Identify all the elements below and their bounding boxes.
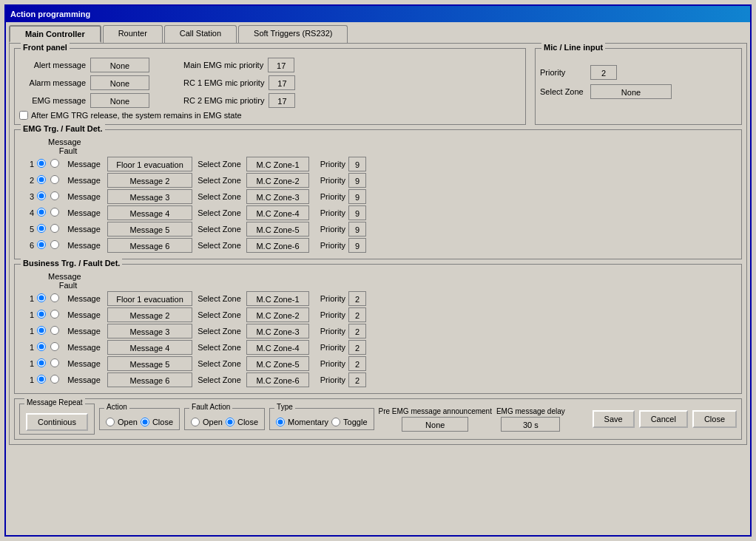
message-radio[interactable]	[37, 159, 46, 168]
message-value[interactable]: Message 2	[107, 173, 192, 188]
priority-value[interactable]: 9	[348, 189, 366, 204]
rc1-value[interactable]: 17	[269, 75, 295, 90]
message-radio[interactable]	[37, 208, 46, 217]
table-row: 1 Message Message 4 Select Zone M.C Zone…	[19, 340, 737, 355]
zone-value[interactable]: M.C Zone-2	[246, 173, 309, 188]
select-zone-label: Select Zone	[195, 294, 243, 303]
mic-line-title: Mic / Line input	[541, 43, 605, 52]
zone-value[interactable]: M.C Zone-1	[246, 291, 309, 306]
tab-rounter[interactable]: Rounter	[103, 25, 163, 43]
message-radio[interactable]	[37, 191, 46, 200]
fault-close-radio[interactable]	[226, 418, 234, 426]
emg-checkbox[interactable]	[19, 111, 28, 120]
tab-call-station[interactable]: Call Station	[164, 25, 237, 43]
type-momentary-radio[interactable]	[276, 418, 285, 426]
message-radio[interactable]	[37, 310, 46, 319]
message-value[interactable]: Floor 1 evacuation	[107, 157, 192, 171]
message-value[interactable]: Message 4	[107, 205, 192, 220]
priority-value[interactable]: 2	[348, 372, 366, 387]
priority-value[interactable]: 2	[348, 307, 366, 322]
fault-radio[interactable]	[50, 326, 59, 335]
fault-radio[interactable]	[50, 159, 59, 168]
select-zone-label: Select Zone	[195, 225, 243, 234]
mic-line-section: Mic / Line input Priority 2 Select Zone …	[535, 48, 742, 125]
zone-value[interactable]: M.C Zone-2	[246, 307, 309, 322]
fault-open-radio[interactable]	[191, 418, 200, 426]
priority-value[interactable]: 9	[348, 173, 366, 188]
message-value[interactable]: Message 5	[107, 222, 192, 237]
cancel-button[interactable]: Cancel	[639, 410, 688, 428]
fault-radio[interactable]	[50, 191, 59, 200]
close-button[interactable]: Close	[692, 410, 737, 428]
fault-radio[interactable]	[50, 240, 59, 249]
priority-value[interactable]: 9	[348, 238, 366, 253]
main-emg-value[interactable]: 17	[268, 58, 294, 72]
tab-main-controller[interactable]: Main Controller	[9, 25, 101, 43]
zone-value[interactable]: M.C Zone-4	[246, 340, 309, 355]
priority-value[interactable]: 2	[348, 356, 366, 371]
zone-value[interactable]: M.C Zone-6	[246, 372, 309, 387]
zone-value[interactable]: M.C Zone-5	[246, 356, 309, 371]
biz-col-message: Message	[48, 272, 81, 281]
priority-value[interactable]: 9	[348, 205, 366, 220]
message-value[interactable]: Message 3	[107, 189, 192, 204]
priority-value[interactable]: 9	[348, 222, 366, 237]
message-radio[interactable]	[37, 240, 46, 249]
message-radio[interactable]	[37, 358, 46, 367]
zone-value[interactable]: M.C Zone-1	[246, 157, 309, 171]
fault-radio[interactable]	[50, 375, 59, 384]
tab-soft-triggers[interactable]: Soft Triggers (RS232)	[238, 25, 348, 43]
priority-value[interactable]: 2	[348, 291, 366, 306]
fault-radio[interactable]	[50, 175, 59, 184]
alarm-value[interactable]: None	[90, 75, 149, 90]
type-toggle-radio[interactable]	[331, 418, 340, 426]
fault-radio[interactable]	[50, 342, 59, 351]
zone-value[interactable]: M.C Zone-3	[246, 324, 309, 338]
emg-delay-value[interactable]: 30 s	[501, 417, 560, 432]
message-radio[interactable]	[37, 224, 46, 233]
message-value[interactable]: Floor 1 evacuation	[107, 291, 192, 306]
message-label: Message	[64, 375, 104, 384]
action-close-radio[interactable]	[141, 418, 149, 426]
front-panel-title: Front panel	[21, 43, 70, 52]
emg-value[interactable]: None	[90, 93, 149, 108]
fault-radio[interactable]	[50, 293, 59, 302]
select-zone-label: Select Zone	[195, 160, 243, 169]
row-num: 1	[19, 294, 34, 303]
fault-radio[interactable]	[50, 224, 59, 233]
pre-emg-group: Pre EMG message announcement None	[379, 407, 492, 432]
message-radio[interactable]	[37, 326, 46, 335]
zone-value[interactable]: M.C Zone-5	[246, 222, 309, 237]
priority-value[interactable]: 2	[590, 65, 617, 80]
pre-emg-value[interactable]: None	[402, 417, 468, 432]
priority-value[interactable]: 2	[348, 324, 366, 338]
message-value[interactable]: Message 3	[107, 324, 192, 338]
message-value[interactable]: Message 2	[107, 307, 192, 322]
priority-value[interactable]: 9	[348, 157, 366, 171]
rc1-label: RC 1 EMG mic priority	[183, 78, 264, 87]
action-open-radio[interactable]	[106, 418, 115, 426]
zone-value[interactable]: M.C Zone-6	[246, 238, 309, 253]
fault-radio[interactable]	[50, 208, 59, 217]
message-label: Message	[64, 343, 104, 352]
continious-button[interactable]: Continious	[26, 413, 88, 431]
zone-value[interactable]: M.C Zone-4	[246, 205, 309, 220]
message-radio[interactable]	[37, 342, 46, 351]
select-zone-label: Select Zone	[195, 327, 243, 336]
message-radio[interactable]	[37, 375, 46, 384]
zone-select-value[interactable]: None	[590, 84, 672, 99]
message-radio[interactable]	[37, 175, 46, 184]
fault-radio[interactable]	[50, 310, 59, 319]
zone-value[interactable]: M.C Zone-3	[246, 189, 309, 204]
message-value[interactable]: Message 6	[107, 238, 192, 253]
save-button[interactable]: Save	[593, 410, 635, 428]
alert-value[interactable]: None	[90, 58, 149, 72]
message-value[interactable]: Message 4	[107, 340, 192, 355]
message-value[interactable]: Message 5	[107, 356, 192, 371]
priority-value[interactable]: 2	[348, 340, 366, 355]
type-group: Type Momentary Toggle	[269, 408, 374, 430]
message-radio[interactable]	[37, 293, 46, 302]
rc2-value[interactable]: 17	[269, 93, 295, 108]
message-value[interactable]: Message 6	[107, 372, 192, 387]
fault-radio[interactable]	[50, 358, 59, 367]
